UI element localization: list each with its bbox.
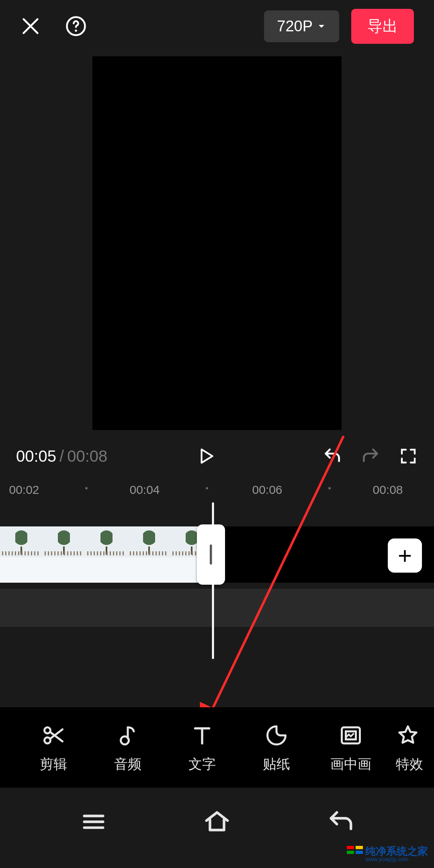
nav-back-button[interactable] xyxy=(326,808,354,836)
tool-text[interactable]: 文字 xyxy=(165,721,239,774)
timeline-ruler[interactable]: 00:02 00:04 00:06 00:08 xyxy=(0,478,434,502)
clip-thumbnail xyxy=(85,526,128,583)
watermark-logo-icon xyxy=(347,846,363,862)
undo-button[interactable] xyxy=(322,446,342,466)
text-icon xyxy=(190,721,214,749)
caret-down-icon xyxy=(317,21,326,31)
ruler-tick xyxy=(206,487,208,489)
music-note-icon xyxy=(116,721,140,749)
scissors-icon xyxy=(41,721,66,749)
tool-cut[interactable]: 剪辑 xyxy=(16,721,90,774)
tool-label: 剪辑 xyxy=(40,755,67,774)
play-icon xyxy=(196,446,216,466)
clip-thumbnail xyxy=(43,526,85,583)
total-time: 00:08 xyxy=(67,447,107,465)
undo-icon xyxy=(322,446,342,466)
svg-point-5 xyxy=(121,737,129,745)
redo-button[interactable] xyxy=(360,446,381,466)
close-button[interactable] xyxy=(20,16,41,37)
playback-controls: 00:05 / 00:08 xyxy=(0,434,434,478)
tool-label: 画中画 xyxy=(330,755,371,774)
video-preview[interactable] xyxy=(92,56,342,430)
tool-label: 贴纸 xyxy=(263,755,290,774)
ruler-mark: 00:04 xyxy=(129,483,160,497)
tool-label: 文字 xyxy=(188,755,216,774)
back-icon xyxy=(326,808,354,836)
tool-sticker[interactable]: 贴纸 xyxy=(239,721,313,774)
nav-home-button[interactable] xyxy=(203,808,231,836)
star-icon xyxy=(396,721,420,749)
clip-thumbnail xyxy=(128,526,170,583)
help-button[interactable] xyxy=(65,15,87,37)
ruler-tick xyxy=(328,487,331,489)
clip-thumbnail xyxy=(0,526,43,583)
watermark-text: 纯净系统之家 xyxy=(365,846,428,856)
playhead[interactable] xyxy=(212,502,214,659)
sticker-icon xyxy=(264,721,289,749)
plus-icon: + xyxy=(398,542,412,569)
picture-in-picture-icon xyxy=(339,721,363,749)
video-clip[interactable] xyxy=(0,526,213,583)
tool-label: 特效 xyxy=(396,755,423,774)
svg-point-1 xyxy=(75,30,77,32)
tool-bar: 剪辑 音频 文字 贴纸 画中画 特效 xyxy=(0,707,434,788)
preview-area xyxy=(0,52,434,434)
redo-icon xyxy=(360,446,381,466)
tool-pip[interactable]: 画中画 xyxy=(313,721,388,774)
audio-track[interactable] xyxy=(0,589,434,627)
clip-end-handle[interactable] xyxy=(197,524,225,585)
home-icon xyxy=(203,808,231,836)
timeline[interactable]: + xyxy=(0,502,434,679)
quality-label: 720P xyxy=(277,18,313,35)
menu-icon xyxy=(80,808,108,836)
watermark: 纯净系统之家 www.ycwjzjy.com xyxy=(347,846,428,862)
fullscreen-button[interactable] xyxy=(399,446,418,466)
nav-menu-button[interactable] xyxy=(80,808,108,836)
tool-audio[interactable]: 音频 xyxy=(90,721,165,774)
play-button[interactable] xyxy=(196,446,216,466)
time-separator: / xyxy=(59,447,64,465)
ruler-mark: 00:02 xyxy=(9,483,39,497)
current-time: 00:05 xyxy=(16,447,56,465)
watermark-url: www.ycwjzjy.com xyxy=(365,856,428,862)
ruler-mark: 00:06 xyxy=(252,483,282,497)
export-button[interactable]: 导出 xyxy=(351,9,414,44)
ruler-tick xyxy=(85,487,88,489)
help-icon xyxy=(65,15,87,37)
close-icon xyxy=(20,16,41,37)
add-clip-button[interactable]: + xyxy=(388,538,422,573)
export-label: 导出 xyxy=(367,18,398,35)
tool-effect[interactable]: 特效 xyxy=(388,721,424,774)
fullscreen-icon xyxy=(399,446,418,466)
quality-dropdown[interactable]: 720P xyxy=(264,10,339,42)
tool-label: 音频 xyxy=(114,755,141,774)
top-bar: 720P 导出 xyxy=(0,0,434,52)
ruler-mark: 00:08 xyxy=(373,483,403,497)
